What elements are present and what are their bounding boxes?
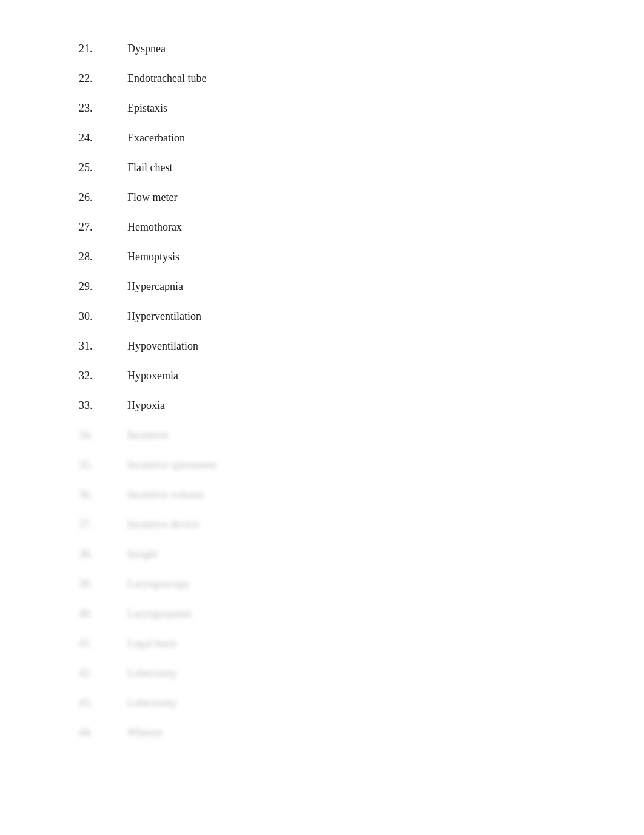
- list-item: 39.Laryngoscopy: [79, 578, 644, 590]
- list-term: Hypoventilation: [127, 340, 198, 353]
- list-item: 21.Dyspnea: [79, 42, 644, 55]
- list-number: 22.: [79, 72, 127, 85]
- list-item: 22.Endotracheal tube: [79, 72, 644, 85]
- list-item: 38.Insight: [79, 548, 644, 561]
- list-term: Hypoxemia: [127, 370, 178, 382]
- list-item: 25.Flail chest: [79, 161, 644, 174]
- list-term: Epistaxis: [127, 102, 167, 115]
- list-term: Legal basis: [127, 637, 176, 650]
- list-item: 24.Exacerbation: [79, 132, 644, 144]
- list-term: Wheeze: [127, 726, 163, 739]
- vocabulary-list: 21.Dyspnea22.Endotracheal tube23.Epistax…: [0, 24, 644, 739]
- list-term: Exacerbation: [127, 132, 185, 144]
- list-number: 36.: [79, 488, 127, 501]
- list-number: 28.: [79, 251, 127, 263]
- list-item: 41.Legal basis: [79, 637, 644, 650]
- list-item: 43.Lobectomy: [79, 697, 644, 709]
- list-number: 25.: [79, 161, 127, 174]
- list-item: 40.Laryngospasm: [79, 607, 644, 620]
- list-term: Incentive: [127, 429, 168, 442]
- list-item: 33.Hypoxia: [79, 399, 644, 412]
- list-number: 27.: [79, 221, 127, 234]
- list-number: 34.: [79, 429, 127, 442]
- list-term: Laryngospasm: [127, 607, 192, 620]
- list-number: 44.: [79, 726, 127, 739]
- list-term: Dyspnea: [127, 42, 166, 55]
- list-item: 36.Incentive volume: [79, 488, 644, 501]
- list-term: Flow meter: [127, 191, 178, 204]
- list-term: Incentive spirometer: [127, 459, 217, 472]
- list-number: 37.: [79, 518, 127, 531]
- list-item: 26.Flow meter: [79, 191, 644, 204]
- list-item: 27.Hemothorax: [79, 221, 644, 234]
- list-term: Lobectomy: [127, 667, 177, 680]
- list-item: 37.Incentive device: [79, 518, 644, 531]
- list-item: 42.Lobectomy: [79, 667, 644, 680]
- list-term: Hypercapnia: [127, 280, 183, 293]
- list-number: 40.: [79, 607, 127, 620]
- list-number: 23.: [79, 102, 127, 115]
- list-term: Hypoxia: [127, 399, 165, 412]
- list-number: 29.: [79, 280, 127, 293]
- list-number: 38.: [79, 548, 127, 561]
- list-number: 32.: [79, 370, 127, 382]
- list-number: 41.: [79, 637, 127, 650]
- list-term: Insight: [127, 548, 158, 561]
- list-number: 42.: [79, 667, 127, 680]
- list-number: 43.: [79, 697, 127, 709]
- list-item: 34.Incentive: [79, 429, 644, 442]
- list-term: Incentive device: [127, 518, 199, 531]
- list-item: 29.Hypercapnia: [79, 280, 644, 293]
- list-number: 35.: [79, 459, 127, 472]
- list-number: 33.: [79, 399, 127, 412]
- list-number: 31.: [79, 340, 127, 353]
- list-number: 24.: [79, 132, 127, 144]
- list-number: 26.: [79, 191, 127, 204]
- list-item: 30.Hyperventilation: [79, 310, 644, 323]
- list-term: Hemoptysis: [127, 251, 179, 263]
- list-term: Incentive volume: [127, 488, 203, 501]
- list-number: 30.: [79, 310, 127, 323]
- list-item: 32.Hypoxemia: [79, 370, 644, 382]
- list-term: Endotracheal tube: [127, 72, 206, 85]
- list-term: Flail chest: [127, 161, 173, 174]
- list-item: 31.Hypoventilation: [79, 340, 644, 353]
- list-item: 28.Hemoptysis: [79, 251, 644, 263]
- list-item: 44.Wheeze: [79, 726, 644, 739]
- list-item: 35.Incentive spirometer: [79, 459, 644, 472]
- list-number: 21.: [79, 42, 127, 55]
- list-term: Lobectomy: [127, 697, 177, 709]
- list-term: Laryngoscopy: [127, 578, 190, 590]
- list-term: Hemothorax: [127, 221, 182, 234]
- list-term: Hyperventilation: [127, 310, 201, 323]
- list-item: 23.Epistaxis: [79, 102, 644, 115]
- list-number: 39.: [79, 578, 127, 590]
